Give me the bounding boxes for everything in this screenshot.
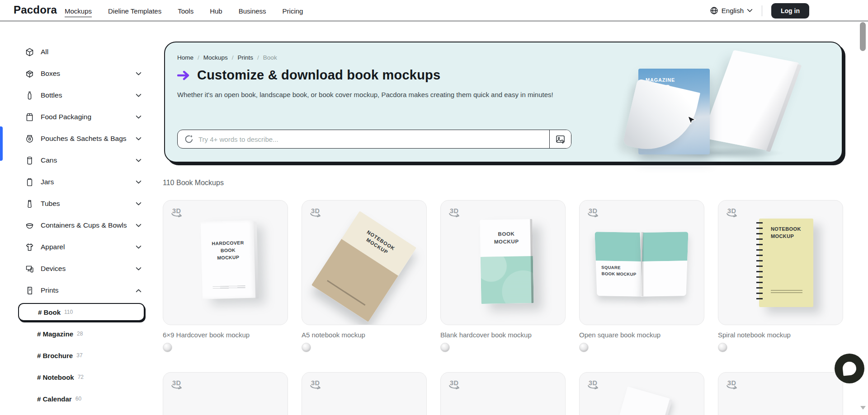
card-art-text: NOTEBOOK MOCKUP xyxy=(362,229,396,258)
search-by-image-button[interactable] xyxy=(549,130,571,148)
sidebar-item-jars[interactable]: Jars xyxy=(0,171,151,193)
breadcrumb-separator: / xyxy=(232,54,234,61)
sidebar-item-devices[interactable]: Devices xyxy=(0,258,151,280)
mockup-card-spiral-notebook[interactable]: 3D NOTEBOOK MOCKUP xyxy=(718,200,843,325)
sidebar-item-prints[interactable]: Prints xyxy=(0,280,151,301)
image-upload-icon xyxy=(555,134,566,145)
nav-link-business[interactable]: Business xyxy=(239,5,266,17)
sidebar-subitem-calendar[interactable]: # Calendar 60 xyxy=(0,388,151,410)
page-title: Customize & download book mockups xyxy=(197,68,440,83)
sidebar-subitem-brochure[interactable]: # Brochure 37 xyxy=(0,345,151,366)
chat-support-button[interactable] xyxy=(835,354,864,383)
color-swatch[interactable] xyxy=(163,343,172,352)
chevron-down-icon[interactable] xyxy=(136,202,142,206)
sidebar-item-apparel[interactable]: Apparel xyxy=(0,236,151,258)
mockup-card-a5-notebook[interactable]: 3D NOTEBOOK MOCKUP xyxy=(302,200,427,325)
mockup-card-blank-hardcover[interactable]: 3D BOOK MOCKUP xyxy=(440,200,566,325)
sidebar-item-all[interactable]: All xyxy=(0,41,151,63)
mockup-cell: 3D HARDCOVER BOOK MOCKUP 6×9 Hardcover b… xyxy=(163,200,288,352)
3d-badge-icon: 3D xyxy=(589,379,605,392)
chevron-down-icon[interactable] xyxy=(136,245,142,249)
chevron-down-icon[interactable] xyxy=(136,115,142,119)
sidebar-item-cans[interactable]: Cans xyxy=(0,149,151,171)
mockup-title[interactable]: 6×9 Hardcover book mockup xyxy=(163,331,288,339)
bowl-icon xyxy=(25,221,34,230)
breadcrumb-separator: / xyxy=(198,54,199,61)
sidebar-subitem-notebook[interactable]: # Notebook 72 xyxy=(0,366,151,388)
scrollbar-down-arrow-icon[interactable] xyxy=(860,406,866,410)
mockup-title[interactable]: A5 notebook mockup xyxy=(302,331,427,339)
card-art-text: SQUARE BOOK MOCKUP xyxy=(601,264,637,277)
mockup-card[interactable]: 3D HARDCOVER BOOK xyxy=(579,372,704,415)
subitem-label: # Notebook xyxy=(37,373,74,381)
sidebar-subitem-magazine[interactable]: # Magazine 28 xyxy=(0,323,151,345)
chevron-down-icon[interactable] xyxy=(136,137,142,141)
mockup-card-hardcover-6x9[interactable]: 3D HARDCOVER BOOK MOCKUP xyxy=(163,200,288,325)
nav-link-hub[interactable]: Hub xyxy=(210,5,222,17)
subitem-count: 110 xyxy=(64,309,73,315)
sidebar-item-tubes[interactable]: Tubes xyxy=(0,193,151,214)
sidebar-item-boxes[interactable]: Boxes xyxy=(0,63,151,84)
sidebar-item-label: Devices xyxy=(41,265,66,273)
3d-badge-icon: 3D xyxy=(589,207,605,220)
mockup-cell: 3D xyxy=(302,372,427,415)
3d-badge-icon: 3D xyxy=(172,379,189,392)
mockup-cell: 3D BOOK MOCKUP Blank hardcover book mock… xyxy=(440,200,566,352)
breadcrumb-prints[interactable]: Prints xyxy=(238,54,254,61)
jar-icon xyxy=(25,177,34,187)
nav-link-dieline-templates[interactable]: Dieline Templates xyxy=(108,5,161,17)
chevron-down-icon[interactable] xyxy=(136,180,142,184)
color-swatch[interactable] xyxy=(579,343,589,352)
color-swatch[interactable] xyxy=(440,343,450,352)
subitem-count: 72 xyxy=(78,374,84,380)
sidebar-item-food-packaging[interactable]: Food Packaging xyxy=(0,106,151,128)
chevron-down-icon[interactable] xyxy=(136,72,142,76)
breadcrumb-home[interactable]: Home xyxy=(177,54,193,61)
sidebar-item-bottles[interactable]: Bottles xyxy=(0,84,151,106)
chevron-up-icon[interactable] xyxy=(136,289,142,293)
card-art-fineprint xyxy=(771,290,802,294)
results-count: 110 Book Mockups xyxy=(163,179,224,187)
mockup-card[interactable]: 3D xyxy=(440,372,566,415)
booklet-icon xyxy=(25,286,34,295)
sidebar-scrollbar-thumb[interactable] xyxy=(0,126,3,161)
purple-arrow-icon xyxy=(177,70,191,80)
mockup-card[interactable]: 3D xyxy=(163,372,288,415)
chevron-down-icon[interactable] xyxy=(136,224,142,228)
nav-divider xyxy=(762,5,762,16)
pacdora-bubble-icon xyxy=(842,361,857,376)
color-swatch[interactable] xyxy=(302,343,311,352)
sidebar-item-containers[interactable]: Containers & Cups & Bowls xyxy=(0,214,151,236)
search-input[interactable] xyxy=(198,135,549,143)
pacdora-logo[interactable]: Pacdora xyxy=(14,4,57,16)
bottle-icon xyxy=(25,91,34,100)
sidebar-item-label: All xyxy=(41,48,48,56)
color-swatch[interactable] xyxy=(718,343,727,352)
nav-right-cluster: English Log in xyxy=(710,0,809,21)
spiral-coil xyxy=(756,222,763,303)
mockup-title[interactable]: Blank hardcover book mockup xyxy=(440,331,566,339)
breadcrumb-mockups[interactable]: Mockups xyxy=(203,54,228,61)
chevron-down-icon[interactable] xyxy=(136,267,142,271)
sidebar-subitem-book[interactable]: # Book 110 xyxy=(18,303,145,321)
sidebar-item-pouches[interactable]: Pouches & Sachets & Bags xyxy=(0,128,151,149)
mockup-card-open-square-book[interactable]: 3D SQUARE BOOK MOCKUP xyxy=(579,200,704,325)
login-button[interactable]: Log in xyxy=(771,3,809,19)
3d-badge-icon: 3D xyxy=(727,379,744,392)
nav-link-pricing[interactable]: Pricing xyxy=(283,5,303,17)
3d-badge-icon: 3D xyxy=(727,207,744,220)
cube-icon xyxy=(25,47,34,57)
top-navbar: Pacdora Mockups Dieline Templates Tools … xyxy=(0,0,868,21)
nav-link-tools[interactable]: Tools xyxy=(178,5,193,17)
chevron-down-icon[interactable] xyxy=(136,93,142,98)
mockup-title[interactable]: Spiral notebook mockup xyxy=(718,331,843,339)
mockup-card[interactable]: 3D xyxy=(718,372,843,415)
mockup-card[interactable]: 3D xyxy=(302,372,427,415)
tube-icon xyxy=(25,199,34,209)
mockup-title[interactable]: Open square book mockup xyxy=(579,331,704,339)
nav-link-mockups[interactable]: Mockups xyxy=(65,5,92,17)
language-selector[interactable]: English xyxy=(710,6,753,15)
page-scrollbar-thumb[interactable] xyxy=(860,22,866,51)
card-art-hardcover-book: HARDCOVER BOOK MOCKUP xyxy=(201,220,256,299)
chevron-down-icon[interactable] xyxy=(136,159,142,163)
